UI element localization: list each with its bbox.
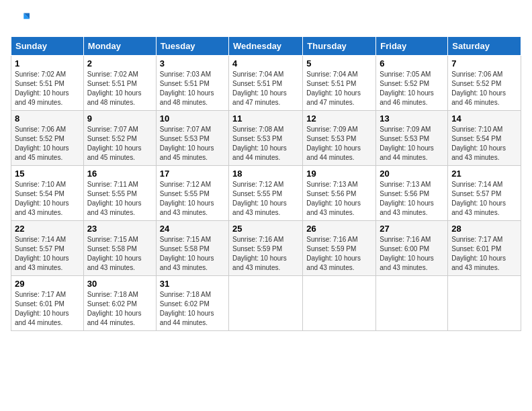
calendar-day-cell: 10Sunrise: 7:07 AMSunset: 5:53 PMDayligh… [156, 111, 228, 166]
calendar-day-cell: 11Sunrise: 7:08 AMSunset: 5:53 PMDayligh… [229, 111, 303, 166]
calendar-day-cell: 12Sunrise: 7:09 AMSunset: 5:53 PMDayligh… [303, 111, 376, 166]
day-info: Sunrise: 7:15 AMSunset: 5:58 PMDaylight:… [160, 236, 214, 271]
day-number: 11 [232, 113, 299, 124]
calendar-day-cell [376, 276, 448, 331]
day-info: Sunrise: 7:18 AMSunset: 6:02 PMDaylight:… [87, 291, 142, 326]
calendar-header-monday: Monday [83, 37, 156, 56]
day-info: Sunrise: 7:12 AMSunset: 5:55 PMDaylight:… [232, 181, 287, 216]
calendar-day-cell: 8Sunrise: 7:06 AMSunset: 5:52 PMDaylight… [11, 111, 84, 166]
day-info: Sunrise: 7:08 AMSunset: 5:53 PMDaylight:… [232, 126, 287, 161]
day-info: Sunrise: 7:18 AMSunset: 6:02 PMDaylight:… [160, 291, 214, 326]
calendar-day-cell: 26Sunrise: 7:16 AMSunset: 5:59 PMDayligh… [303, 221, 376, 276]
day-number: 3 [160, 58, 225, 68]
calendar-header-wednesday: Wednesday [229, 37, 303, 56]
calendar-day-cell: 29Sunrise: 7:17 AMSunset: 6:01 PMDayligh… [11, 276, 84, 331]
day-number: 4 [232, 58, 299, 68]
day-info: Sunrise: 7:03 AMSunset: 5:51 PMDaylight:… [160, 71, 214, 106]
day-number: 12 [306, 113, 372, 124]
day-info: Sunrise: 7:17 AMSunset: 6:01 PMDaylight:… [451, 236, 506, 271]
day-number: 21 [451, 169, 517, 179]
calendar-day-cell: 21Sunrise: 7:14 AMSunset: 5:57 PMDayligh… [448, 166, 521, 221]
day-info: Sunrise: 7:02 AMSunset: 5:51 PMDaylight:… [15, 71, 69, 106]
calendar-week-row: 8Sunrise: 7:06 AMSunset: 5:52 PMDaylight… [11, 111, 521, 166]
day-number: 27 [380, 224, 444, 234]
day-number: 13 [380, 113, 444, 124]
day-number: 25 [232, 224, 299, 234]
day-number: 18 [232, 169, 299, 179]
calendar-day-cell: 7Sunrise: 7:06 AMSunset: 5:52 PMDaylight… [448, 56, 521, 111]
calendar-header-sunday: Sunday [11, 37, 84, 56]
day-number: 28 [451, 224, 517, 234]
calendar-header-saturday: Saturday [448, 37, 521, 56]
calendar-day-cell: 3Sunrise: 7:03 AMSunset: 5:51 PMDaylight… [156, 56, 228, 111]
calendar-week-row: 15Sunrise: 7:10 AMSunset: 5:54 PMDayligh… [11, 166, 521, 221]
calendar-day-cell: 5Sunrise: 7:04 AMSunset: 5:51 PMDaylight… [303, 56, 376, 111]
day-info: Sunrise: 7:05 AMSunset: 5:52 PMDaylight:… [380, 71, 434, 106]
day-number: 8 [15, 113, 80, 124]
day-number: 31 [160, 279, 225, 289]
day-info: Sunrise: 7:13 AMSunset: 5:56 PMDaylight:… [380, 181, 434, 216]
day-number: 22 [15, 224, 80, 234]
calendar-header-thursday: Thursday [303, 37, 376, 56]
calendar-day-cell: 22Sunrise: 7:14 AMSunset: 5:57 PMDayligh… [11, 221, 84, 276]
day-number: 20 [380, 169, 444, 179]
calendar-day-cell: 27Sunrise: 7:16 AMSunset: 6:00 PMDayligh… [376, 221, 448, 276]
calendar-day-cell: 18Sunrise: 7:12 AMSunset: 5:55 PMDayligh… [229, 166, 303, 221]
day-info: Sunrise: 7:07 AMSunset: 5:53 PMDaylight:… [160, 126, 214, 161]
calendar-day-cell: 20Sunrise: 7:13 AMSunset: 5:56 PMDayligh… [376, 166, 448, 221]
calendar-day-cell: 25Sunrise: 7:16 AMSunset: 5:59 PMDayligh… [229, 221, 303, 276]
day-info: Sunrise: 7:14 AMSunset: 5:57 PMDaylight:… [15, 236, 69, 271]
calendar-day-cell: 4Sunrise: 7:04 AMSunset: 5:51 PMDaylight… [229, 56, 303, 111]
day-number: 1 [15, 58, 80, 68]
day-info: Sunrise: 7:07 AMSunset: 5:52 PMDaylight:… [87, 126, 142, 161]
day-info: Sunrise: 7:11 AMSunset: 5:55 PMDaylight:… [87, 181, 142, 216]
day-info: Sunrise: 7:10 AMSunset: 5:54 PMDaylight:… [15, 181, 69, 216]
calendar-day-cell: 1Sunrise: 7:02 AMSunset: 5:51 PMDaylight… [11, 56, 84, 111]
day-number: 9 [87, 113, 152, 124]
calendar-day-cell [229, 276, 303, 331]
day-info: Sunrise: 7:13 AMSunset: 5:56 PMDaylight:… [306, 181, 361, 216]
day-number: 6 [380, 58, 444, 68]
day-info: Sunrise: 7:16 AMSunset: 5:59 PMDaylight:… [232, 236, 287, 271]
calendar-header-tuesday: Tuesday [156, 37, 228, 56]
calendar-day-cell: 13Sunrise: 7:09 AMSunset: 5:53 PMDayligh… [376, 111, 448, 166]
day-number: 7 [451, 58, 517, 68]
day-number: 5 [306, 58, 372, 68]
day-number: 23 [87, 224, 152, 234]
calendar-day-cell: 15Sunrise: 7:10 AMSunset: 5:54 PMDayligh… [11, 166, 84, 221]
day-info: Sunrise: 7:10 AMSunset: 5:54 PMDaylight:… [451, 126, 506, 161]
day-info: Sunrise: 7:02 AMSunset: 5:51 PMDaylight:… [87, 71, 142, 106]
page-header [11, 11, 521, 30]
day-number: 15 [15, 169, 80, 179]
day-number: 2 [87, 58, 152, 68]
day-info: Sunrise: 7:09 AMSunset: 5:53 PMDaylight:… [306, 126, 361, 161]
calendar-day-cell: 2Sunrise: 7:02 AMSunset: 5:51 PMDaylight… [83, 56, 156, 111]
day-number: 10 [160, 113, 225, 124]
day-number: 17 [160, 169, 225, 179]
calendar-day-cell: 30Sunrise: 7:18 AMSunset: 6:02 PMDayligh… [83, 276, 156, 331]
day-info: Sunrise: 7:09 AMSunset: 5:53 PMDaylight:… [380, 126, 434, 161]
day-number: 29 [15, 279, 80, 289]
day-number: 14 [451, 113, 517, 124]
calendar-week-row: 22Sunrise: 7:14 AMSunset: 5:57 PMDayligh… [11, 221, 521, 276]
calendar-day-cell: 16Sunrise: 7:11 AMSunset: 5:55 PMDayligh… [83, 166, 156, 221]
logo [11, 11, 32, 30]
day-info: Sunrise: 7:04 AMSunset: 5:51 PMDaylight:… [232, 71, 287, 106]
day-info: Sunrise: 7:14 AMSunset: 5:57 PMDaylight:… [451, 181, 506, 216]
calendar-table: SundayMondayTuesdayWednesdayThursdayFrid… [11, 36, 521, 331]
calendar-day-cell: 28Sunrise: 7:17 AMSunset: 6:01 PMDayligh… [448, 221, 521, 276]
calendar-day-cell: 6Sunrise: 7:05 AMSunset: 5:52 PMDaylight… [376, 56, 448, 111]
day-number: 24 [160, 224, 225, 234]
day-info: Sunrise: 7:17 AMSunset: 6:01 PMDaylight:… [15, 291, 69, 326]
day-info: Sunrise: 7:16 AMSunset: 5:59 PMDaylight:… [306, 236, 361, 271]
day-number: 19 [306, 169, 372, 179]
calendar-day-cell [448, 276, 521, 331]
calendar-day-cell [303, 276, 376, 331]
calendar-day-cell: 24Sunrise: 7:15 AMSunset: 5:58 PMDayligh… [156, 221, 228, 276]
calendar-day-cell: 31Sunrise: 7:18 AMSunset: 6:02 PMDayligh… [156, 276, 228, 331]
calendar-week-row: 29Sunrise: 7:17 AMSunset: 6:01 PMDayligh… [11, 276, 521, 331]
calendar-header-friday: Friday [376, 37, 448, 56]
day-number: 30 [87, 279, 152, 289]
day-info: Sunrise: 7:06 AMSunset: 5:52 PMDaylight:… [15, 126, 69, 161]
day-info: Sunrise: 7:06 AMSunset: 5:52 PMDaylight:… [451, 71, 506, 106]
